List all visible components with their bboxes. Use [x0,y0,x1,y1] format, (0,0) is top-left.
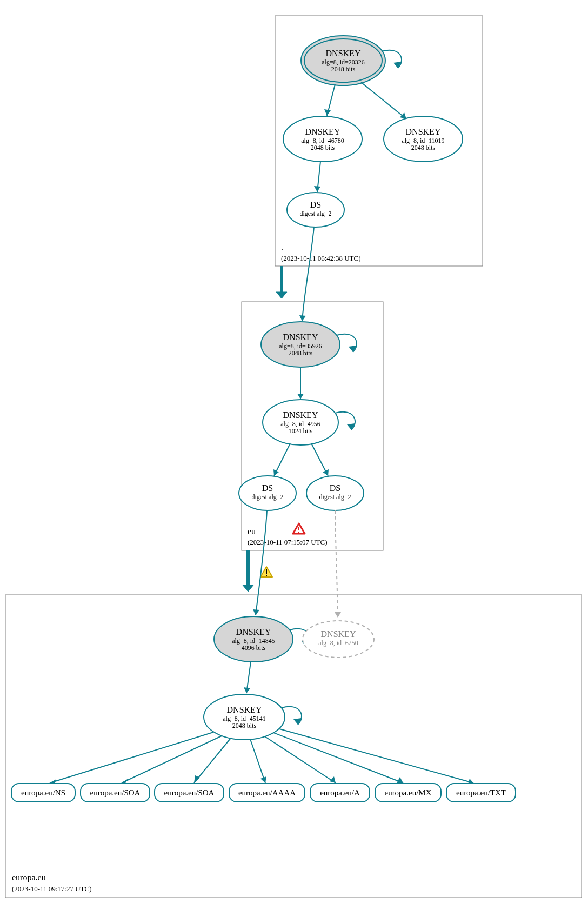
rrset-group: europa.eu/NS europa.eu/SOA europa.eu/SOA… [11,784,516,802]
rrset-4: europa.eu/A [320,788,360,797]
edge-root-ds-eu-ksk [302,227,314,321]
zone-eu-timestamp: (2023-10-11 07:15:07 UTC) [248,538,328,546]
node-root-ds: DS digest alg=2 [287,193,344,227]
zone-eu-label: eu [248,527,256,536]
svg-text:DNSKEY: DNSKEY [321,629,356,639]
dnssec-graph: . (2023-10-11 06:42:38 UTC) DNSKEY alg=8… [0,0,588,916]
svg-text:2048 bits: 2048 bits [331,65,356,73]
svg-text:DS: DS [330,483,340,493]
svg-marker-31 [297,394,304,399]
node-root-zsk2: DNSKEY alg=8, id=11019 2048 bits [384,116,463,162]
rrset-6: europa.eu/TXT [456,788,506,797]
svg-text:alg=8, id=4956: alg=8, id=4956 [280,420,320,428]
svg-text:2048 bits: 2048 bits [411,144,436,151]
svg-marker-15 [400,112,406,119]
svg-text:digest alg=2: digest alg=2 [251,493,283,501]
svg-text:DS: DS [262,483,273,493]
node-eu-ksk: DNSKEY alg=8, id=35926 2048 bits [261,322,340,367]
svg-text:alg=8, id=6250: alg=8, id=6250 [318,639,358,647]
svg-marker-20 [276,292,287,298]
caution-icon [260,567,272,577]
svg-text:2048 bits: 2048 bits [311,144,335,151]
svg-text:2048 bits: 2048 bits [289,349,313,357]
svg-text:digest alg=2: digest alg=2 [319,493,351,501]
node-eu-zsk: DNSKEY alg=8, id=4956 1024 bits [263,400,338,445]
svg-text:DNSKEY: DNSKEY [283,333,318,342]
svg-marker-49 [335,612,341,618]
warning-icon [293,523,305,534]
svg-text:1024 bits: 1024 bits [289,427,313,435]
svg-text:alg=8, id=45141: alg=8, id=45141 [223,715,266,722]
svg-text:2048 bits: 2048 bits [232,722,257,729]
svg-text:alg=8, id=20326: alg=8, id=20326 [322,58,365,66]
svg-text:DNSKEY: DNSKEY [326,49,361,58]
zone-europa-label: europa.eu [12,873,46,882]
svg-text:alg=8, id=35926: alg=8, id=35926 [279,342,322,350]
svg-text:digest alg=2: digest alg=2 [299,210,331,217]
svg-text:alg=8, id=46780: alg=8, id=46780 [301,137,344,144]
rrset-0: europa.eu/NS [21,788,65,797]
svg-marker-44 [243,585,253,592]
svg-text:DNSKEY: DNSKEY [227,705,262,714]
node-eu-ds1: DS digest alg=2 [239,476,296,510]
rrset-3: europa.eu/AAAA [238,788,296,797]
svg-text:DNSKEY: DNSKEY [236,627,271,636]
svg-rect-42 [298,527,299,530]
svg-rect-47 [266,575,267,576]
svg-rect-43 [298,532,299,533]
node-europa-zsk: DNSKEY alg=8, id=45141 2048 bits [204,694,285,740]
svg-text:DNSKEY: DNSKEY [283,410,318,420]
svg-marker-76 [397,777,403,783]
svg-text:4096 bits: 4096 bits [242,644,266,652]
svg-text:alg=8, id=14845: alg=8, id=14845 [232,637,275,645]
node-europa-ksk: DNSKEY alg=8, id=14845 4096 bits [214,616,293,662]
svg-marker-21 [299,315,306,321]
node-europa-ghost: DNSKEY alg=8, id=6250 [303,621,374,658]
zone-europa-timestamp: (2023-10-11 09:17:27 UTC) [12,885,92,893]
rrset-1: europa.eu/SOA [90,788,141,797]
svg-text:DNSKEY: DNSKEY [305,127,340,136]
svg-text:DS: DS [310,200,321,209]
edge-eu-ds1-eur-ksk [256,510,267,615]
rrset-5: europa.eu/MX [384,788,431,797]
svg-text:alg=8, id=11019: alg=8, id=11019 [402,137,444,144]
zone-europa-box [5,595,582,898]
rrset-2: europa.eu/SOA [164,788,215,797]
node-root-ksk: DNSKEY alg=8, id=20326 2048 bits [301,36,385,85]
zone-root-label: . [281,243,283,252]
svg-marker-48 [253,609,259,615]
zone-root-timestamp: (2023-10-11 06:42:38 UTC) [281,254,361,262]
svg-marker-14 [324,109,331,116]
svg-rect-46 [266,569,267,574]
edge-eu-ds2-eur-ghost [335,510,338,618]
node-root-zsk1: DNSKEY alg=8, id=46780 2048 bits [283,116,362,162]
svg-marker-62 [244,687,250,693]
node-eu-ds2: DS digest alg=2 [306,476,364,510]
svg-text:DNSKEY: DNSKEY [406,127,441,136]
svg-marker-19 [314,186,320,192]
edge-root-ksk-zsk2 [361,82,406,119]
